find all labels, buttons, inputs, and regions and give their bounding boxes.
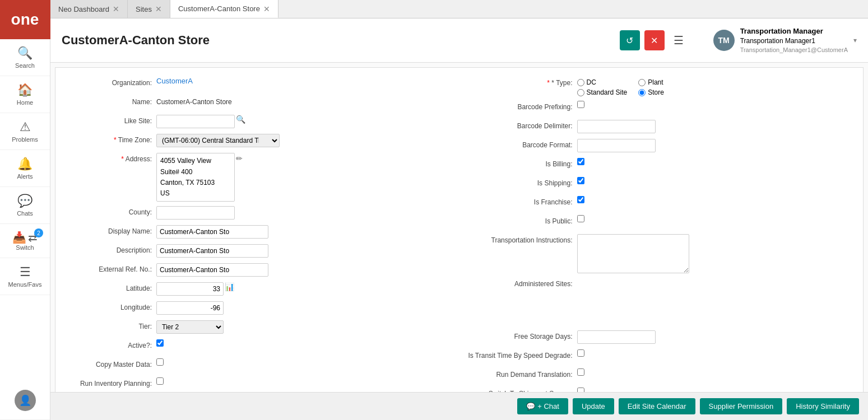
row-run-inventory: Run Inventory Planning: bbox=[67, 377, 454, 392]
type-standard-radio[interactable] bbox=[577, 89, 584, 96]
page-title: CustomerA-Canton Store bbox=[62, 33, 620, 48]
row-latitude: Latitude: 📊 bbox=[67, 282, 454, 297]
chat-button[interactable]: 💬 + Chat bbox=[517, 398, 568, 414]
barcode-delimiter-label: Barcode Delimiter: bbox=[465, 120, 577, 130]
longitude-input[interactable] bbox=[156, 301, 224, 315]
row-external-ref: External Ref. No.: bbox=[67, 263, 454, 278]
row-address: Address: 4055 Valley View Suite# 400 Can… bbox=[67, 153, 454, 202]
row-copy-master: Copy Master Data: bbox=[67, 358, 454, 373]
type-standard-option[interactable]: Standard Site bbox=[577, 88, 628, 96]
user-info: TM Transportation Manager Transportation… bbox=[713, 26, 857, 54]
tier-select[interactable]: Tier 1 Tier 2 Tier 3 bbox=[156, 320, 224, 334]
transport-instructions-label: Transportation Instructions: bbox=[465, 234, 577, 244]
organization-link[interactable]: CustomerA bbox=[156, 77, 193, 85]
sidebar-item-search[interactable]: 🔍 Search bbox=[0, 39, 50, 76]
type-dc-option[interactable]: DC bbox=[577, 78, 628, 86]
row-organization: Organization: CustomerA bbox=[67, 77, 454, 91]
sidebar-item-home[interactable]: 🏠 Home bbox=[0, 76, 50, 113]
tab-sites[interactable]: Sites ✕ bbox=[128, 0, 170, 18]
sidebar-item-profile[interactable]: 👤 bbox=[0, 383, 50, 420]
type-plant-radio[interactable] bbox=[638, 79, 646, 86]
external-ref-input[interactable] bbox=[156, 263, 268, 277]
like-site-search-button[interactable]: 🔍 bbox=[235, 115, 247, 124]
is-franchise-checkbox[interactable] bbox=[577, 196, 584, 203]
tab-sites-close[interactable]: ✕ bbox=[155, 5, 162, 13]
close-button[interactable]: ✕ bbox=[644, 30, 665, 50]
latitude-input[interactable] bbox=[156, 282, 224, 296]
copy-master-label: Copy Master Data: bbox=[67, 358, 156, 368]
run-demand-checkbox[interactable] bbox=[577, 368, 584, 376]
type-radio-group: DC Standard Site Plant bbox=[577, 77, 664, 96]
barcode-delimiter-input[interactable] bbox=[577, 120, 656, 133]
address-label: Address: bbox=[67, 153, 156, 163]
like-site-input[interactable] bbox=[156, 115, 235, 128]
hamburger-button[interactable]: ☰ bbox=[669, 31, 688, 49]
row-description: Description: bbox=[67, 244, 454, 259]
bell-icon: 🔔 bbox=[17, 157, 33, 171]
supplier-permission-button[interactable]: Supplier Permission bbox=[700, 398, 783, 414]
description-input[interactable] bbox=[156, 244, 268, 258]
sidebar-item-menus-label: Menus/Favs bbox=[8, 281, 42, 288]
transit-time-checkbox[interactable] bbox=[577, 349, 584, 357]
address-edit-button[interactable]: ✏ bbox=[235, 154, 244, 163]
app-logo: one bbox=[0, 0, 50, 39]
type-radio-col1: DC Standard Site bbox=[577, 77, 628, 96]
display-name-label: Display Name: bbox=[67, 225, 156, 235]
tab-neo-dashboard-label: Neo Dashboard bbox=[58, 5, 109, 13]
tab-canton-store-close[interactable]: ✕ bbox=[263, 5, 270, 13]
update-button[interactable]: Update bbox=[573, 398, 614, 414]
copy-master-checkbox[interactable] bbox=[156, 358, 164, 366]
barcode-prefixing-checkbox[interactable] bbox=[577, 101, 584, 108]
user-dropdown-chevron[interactable]: ▾ bbox=[853, 36, 857, 44]
type-store-radio[interactable] bbox=[638, 89, 646, 96]
switch-shipment-checkbox[interactable] bbox=[577, 388, 584, 392]
row-barcode-delimiter: Barcode Delimiter: bbox=[465, 120, 852, 134]
latitude-map-button[interactable]: 📊 bbox=[224, 282, 235, 291]
type-store-option[interactable]: Store bbox=[638, 88, 664, 96]
active-checkbox[interactable] bbox=[156, 339, 164, 347]
is-shipping-checkbox[interactable] bbox=[577, 177, 584, 184]
display-name-input[interactable] bbox=[156, 225, 268, 239]
sidebar-item-menus[interactable]: ☰ Menus/Favs bbox=[0, 258, 50, 295]
header-actions: ↺ ✕ ☰ TM Transportation Manager Transpor… bbox=[620, 26, 857, 54]
row-tier: Tier: Tier 1 Tier 2 Tier 3 bbox=[67, 320, 454, 335]
history-similarity-button[interactable]: History Similarity bbox=[787, 398, 859, 414]
tab-canton-store[interactable]: CustomerA-Canton Store ✕ bbox=[170, 0, 278, 18]
tab-sites-label: Sites bbox=[136, 5, 152, 13]
sidebar-item-alerts[interactable]: 🔔 Alerts bbox=[0, 150, 50, 187]
free-storage-input[interactable] bbox=[577, 330, 656, 344]
row-free-storage: Free Storage Days: bbox=[465, 330, 852, 345]
warning-icon: ⚠ bbox=[20, 120, 31, 134]
barcode-format-label: Barcode Format: bbox=[465, 139, 577, 149]
row-run-demand: Run Demand Translation: bbox=[465, 368, 852, 383]
home-icon: 🏠 bbox=[17, 83, 33, 97]
tab-neo-dashboard[interactable]: Neo Dashboard ✕ bbox=[50, 0, 128, 18]
county-input[interactable] bbox=[156, 206, 235, 220]
row-barcode-prefixing: Barcode Prefixing: bbox=[465, 101, 852, 115]
is-public-checkbox[interactable] bbox=[577, 215, 584, 222]
sidebar-item-chats[interactable]: 💬 Chats bbox=[0, 187, 50, 224]
transport-instructions-input[interactable] bbox=[577, 234, 689, 273]
type-dc-radio[interactable] bbox=[577, 79, 584, 86]
row-display-name: Display Name: bbox=[67, 225, 454, 240]
row-is-public: Is Public: bbox=[465, 215, 852, 230]
organization-label: Organization: bbox=[67, 77, 156, 87]
time-zone-select[interactable]: (GMT-06:00) Central Standard Time (Ameri… bbox=[156, 134, 280, 147]
chat-icon: 💬 bbox=[526, 402, 535, 410]
row-longitude: Longitude: bbox=[67, 301, 454, 316]
sidebar-item-problems[interactable]: ⚠ Problems bbox=[0, 113, 50, 150]
is-franchise-label: Is Franchise: bbox=[465, 196, 577, 206]
county-label: County: bbox=[67, 206, 156, 216]
edit-site-calendar-button[interactable]: Edit Site Calendar bbox=[619, 398, 695, 414]
tab-neo-dashboard-close[interactable]: ✕ bbox=[113, 5, 119, 13]
is-billing-checkbox[interactable] bbox=[577, 158, 584, 165]
barcode-format-input[interactable] bbox=[577, 139, 656, 152]
user-name-text: Transportation Manager1 bbox=[740, 36, 848, 46]
sidebar-item-switch[interactable]: 📥 ⇄ 2 Switch bbox=[0, 224, 50, 258]
type-plant-option[interactable]: Plant bbox=[638, 78, 664, 86]
run-inventory-checkbox[interactable] bbox=[156, 377, 164, 385]
address-value: 4055 Valley View Suite# 400 Canton, TX 7… bbox=[156, 153, 235, 202]
is-shipping-label: Is Shipping: bbox=[465, 177, 577, 187]
refresh-button[interactable]: ↺ bbox=[620, 30, 640, 50]
is-billing-label: Is Billing: bbox=[465, 158, 577, 168]
